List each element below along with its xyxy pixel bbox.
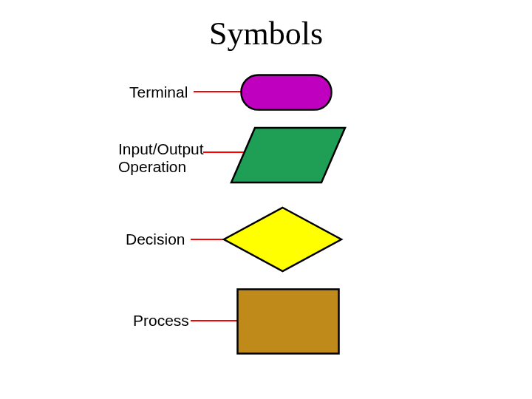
- svg-rect-2: [242, 75, 332, 110]
- svg-marker-8: [224, 208, 341, 271]
- io-icon: [229, 126, 347, 185]
- terminal-icon: [240, 74, 332, 111]
- label-process: Process: [133, 312, 189, 330]
- decision-icon: [222, 205, 344, 273]
- page-title: Symbols: [0, 15, 532, 52]
- diagram-stage: Symbols Terminal Input/Output Operation …: [0, 0, 532, 399]
- label-decision: Decision: [126, 231, 185, 248]
- svg-marker-5: [231, 128, 345, 183]
- label-io: Input/Output Operation: [118, 140, 204, 176]
- svg-rect-11: [238, 290, 339, 354]
- process-icon: [236, 288, 340, 355]
- label-terminal: Terminal: [129, 83, 188, 101]
